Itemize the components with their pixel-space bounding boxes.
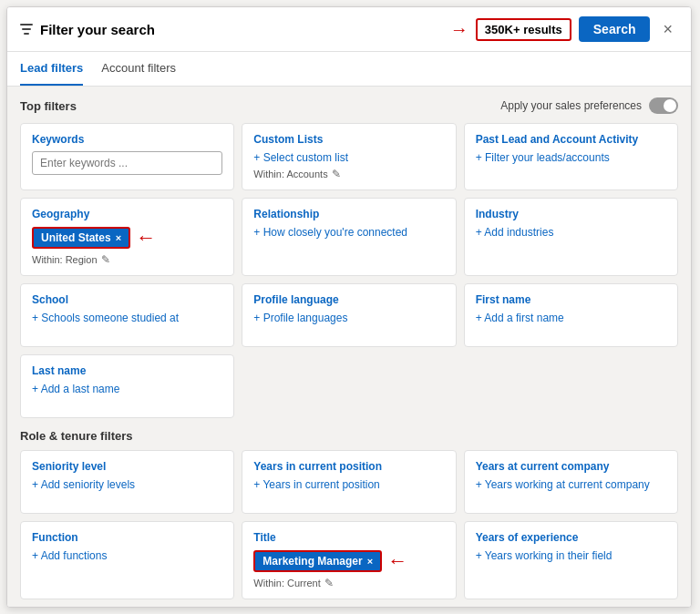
filter-card-past-lead: Past Lead and Account Activity Filter yo… bbox=[464, 123, 678, 190]
filter-card-title: Title Marketing Manager × ← Within: Curr… bbox=[242, 521, 456, 599]
seniority-title[interactable]: Seniority level bbox=[32, 460, 222, 473]
filter-card-geography: Geography United States × ← Within: Regi… bbox=[20, 198, 234, 276]
filter-card-last-name: Last name Add a last name bbox=[20, 354, 234, 418]
filter-card-years-experience: Years of experience Years working in the… bbox=[464, 521, 678, 599]
geography-tag-remove[interactable]: × bbox=[116, 232, 121, 243]
edit-icon[interactable]: ✎ bbox=[332, 168, 341, 180]
geography-tag-row: United States × ← bbox=[32, 226, 222, 250]
top-filters-label: Top filters bbox=[20, 99, 77, 113]
profile-language-title[interactable]: Profile language bbox=[253, 293, 444, 306]
title-arrow: ← bbox=[387, 549, 407, 573]
years-experience-title[interactable]: Years of experience bbox=[476, 531, 666, 544]
school-title[interactable]: School bbox=[32, 293, 222, 306]
tab-account-filters[interactable]: Account filters bbox=[101, 52, 176, 86]
custom-lists-title[interactable]: Custom Lists bbox=[253, 133, 444, 146]
title-edit-icon[interactable]: ✎ bbox=[324, 577, 334, 589]
filter-card-school: School Schools someone studied at bbox=[20, 283, 234, 347]
filter-card-seniority: Seniority level Add seniority levels bbox=[20, 450, 234, 514]
filter-card-first-name: First name Add a first name bbox=[464, 283, 678, 347]
first-name-title[interactable]: First name bbox=[476, 293, 666, 306]
filter-card-relationship: Relationship How closely you're connecte… bbox=[242, 198, 456, 276]
keywords-input[interactable] bbox=[32, 151, 222, 175]
filter-card-function: Function Add functions bbox=[20, 521, 234, 599]
title-tag[interactable]: Marketing Manager × bbox=[253, 550, 382, 572]
filter-modal: Filter your search → 350K+ results Searc… bbox=[6, 6, 692, 608]
filter-grid-row2: Geography United States × ← Within: Regi… bbox=[20, 198, 678, 276]
modal-content: Top filters Apply your sales preferences… bbox=[7, 87, 691, 607]
custom-lists-add[interactable]: Select custom list bbox=[253, 151, 444, 164]
past-lead-title[interactable]: Past Lead and Account Activity bbox=[476, 133, 666, 146]
title-within: Within: Current ✎ bbox=[253, 577, 444, 589]
geography-arrow: ← bbox=[136, 226, 156, 250]
close-button[interactable]: × bbox=[657, 18, 678, 41]
role-section-title: Role & tenure filters bbox=[20, 429, 678, 443]
years-current-position-title[interactable]: Years in current position bbox=[253, 460, 444, 473]
relationship-title[interactable]: Relationship bbox=[253, 208, 444, 220]
keywords-title[interactable]: Keywords bbox=[32, 133, 222, 146]
last-name-title[interactable]: Last name bbox=[32, 364, 222, 377]
filter-grid-row4: Last name Add a last name bbox=[20, 354, 678, 418]
title-tag-row: Marketing Manager × ← bbox=[253, 549, 444, 573]
filter-card-keywords: Keywords bbox=[20, 123, 234, 190]
filter-icon bbox=[20, 24, 33, 35]
past-lead-add[interactable]: Filter your leads/accounts bbox=[476, 151, 666, 164]
role-grid-row2: Function Add functions Title Marketing M… bbox=[20, 521, 678, 599]
industry-title[interactable]: Industry bbox=[476, 208, 666, 220]
tabs-row: Lead filters Account filters bbox=[7, 52, 691, 87]
role-grid-row1: Seniority level Add seniority levels Yea… bbox=[20, 450, 678, 514]
geography-tag[interactable]: United States × bbox=[32, 227, 130, 249]
modal-title: Filter your search bbox=[40, 22, 155, 37]
geography-edit-icon[interactable]: ✎ bbox=[101, 253, 110, 266]
filter-grid-row1: Keywords Custom Lists Select custom list… bbox=[20, 123, 678, 190]
tab-lead-filters[interactable]: Lead filters bbox=[20, 52, 83, 86]
filter-card-profile-language: Profile language Profile languages bbox=[242, 283, 456, 347]
filter-card-years-current-position: Years in current position Years in curre… bbox=[242, 450, 456, 514]
header-right: → 350K+ results Search × bbox=[450, 16, 678, 42]
top-filters-bar: Top filters Apply your sales preferences bbox=[20, 97, 678, 114]
filter-card-custom-lists: Custom Lists Select custom list Within: … bbox=[242, 123, 456, 190]
sales-pref: Apply your sales preferences bbox=[500, 97, 678, 114]
geography-title[interactable]: Geography bbox=[32, 208, 222, 220]
custom-lists-within: Within: Accounts ✎ bbox=[253, 168, 444, 180]
filter-card-industry: Industry Add industries bbox=[464, 198, 678, 276]
geography-within: Within: Region ✎ bbox=[32, 253, 222, 266]
header-left: Filter your search bbox=[20, 22, 450, 37]
title-filter-title[interactable]: Title bbox=[253, 531, 444, 544]
title-tag-remove[interactable]: × bbox=[367, 556, 373, 567]
function-title[interactable]: Function bbox=[32, 531, 222, 544]
sales-pref-toggle[interactable] bbox=[649, 97, 678, 114]
filter-card-years-current-company: Years at current company Years working a… bbox=[464, 450, 678, 514]
sales-pref-label: Apply your sales preferences bbox=[500, 99, 642, 112]
arrow-right-icon: → bbox=[450, 19, 468, 40]
search-button[interactable]: Search bbox=[579, 16, 651, 42]
results-badge: 350K+ results bbox=[476, 18, 571, 41]
years-current-company-title[interactable]: Years at current company bbox=[476, 460, 666, 473]
modal-header: Filter your search → 350K+ results Searc… bbox=[7, 7, 691, 52]
filter-grid-row3: School Schools someone studied at Profil… bbox=[20, 283, 678, 347]
